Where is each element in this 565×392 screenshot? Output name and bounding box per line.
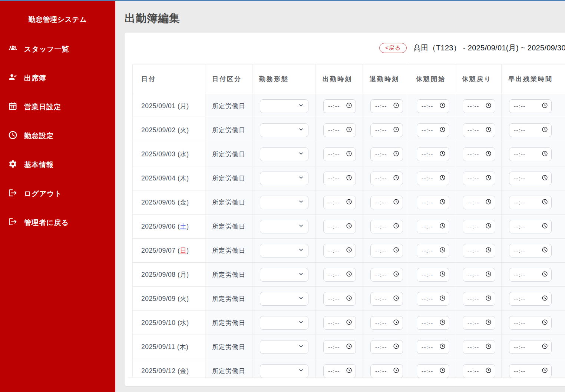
clock-icon [346, 343, 352, 351]
clock-out-time-input[interactable]: --:-- [370, 316, 403, 330]
early-overtime-input[interactable]: --:-- [509, 364, 552, 378]
work-type-select[interactable] [260, 340, 308, 354]
break-return-time-input[interactable]: --:-- [463, 244, 495, 258]
sidebar-item-attendance-settings[interactable]: 勤怠設定 [0, 122, 115, 150]
clock-in-time-input[interactable]: --:-- [323, 196, 356, 209]
break-start-time-input[interactable]: --:-- [417, 172, 449, 185]
break-return-time-input[interactable]: --:-- [463, 220, 495, 233]
break-start-time-input[interactable]: --:-- [417, 340, 449, 354]
early-overtime-input[interactable]: --:-- [509, 123, 552, 137]
work-type-cell [252, 166, 316, 190]
work-type-select[interactable] [260, 196, 308, 209]
clock-out-time-input[interactable]: --:-- [370, 123, 403, 137]
break-return-time-input[interactable]: --:-- [463, 364, 495, 378]
early-overtime-input[interactable]: --:-- [509, 196, 552, 209]
sidebar-item-attendance-book[interactable]: 出席簿 [0, 64, 115, 93]
table-scroll-area[interactable]: 日付 日付区分 勤務形態 出勤時刻 退勤時刻 休憩開始 休憩戻り 早出残業時間 … [128, 56, 565, 378]
clock-icon [542, 223, 548, 230]
work-type-select[interactable] [260, 268, 308, 282]
sidebar-item-logout[interactable]: ログアウト [0, 179, 115, 208]
clock-out-time-input[interactable]: --:-- [370, 147, 403, 161]
sidebar-item-return-to-admin[interactable]: 管理者に戻る [0, 208, 115, 237]
break-start-time-input[interactable]: --:-- [417, 268, 449, 282]
break-return-time-input[interactable]: --:-- [463, 123, 495, 137]
break-start-time-input[interactable]: --:-- [417, 123, 449, 137]
clock-in-time-input[interactable]: --:-- [323, 99, 356, 113]
app-title: 勤怠管理システム [0, 15, 115, 24]
clock-in-time-input[interactable]: --:-- [323, 364, 356, 378]
break-start-time-input[interactable]: --:-- [417, 147, 449, 161]
clock-in-time-input[interactable]: --:-- [323, 268, 356, 282]
early-overtime-input[interactable]: --:-- [509, 99, 552, 113]
work-type-select[interactable] [260, 364, 308, 378]
sidebar-item-basic-info[interactable]: 基本情報 [0, 150, 115, 179]
clock-icon [542, 247, 548, 255]
work-type-select[interactable] [260, 99, 308, 113]
early-overtime-input[interactable]: --:-- [509, 268, 552, 282]
break-return-time-input[interactable]: --:-- [463, 292, 495, 306]
early-overtime-input[interactable]: --:-- [509, 340, 552, 354]
users-icon [8, 44, 17, 55]
early-overtime-input[interactable]: --:-- [509, 220, 552, 233]
clock-icon [485, 223, 492, 230]
clock-out-time-input[interactable]: --:-- [370, 220, 403, 233]
break-start-time-input[interactable]: --:-- [417, 292, 449, 306]
break-return-time-input[interactable]: --:-- [463, 172, 495, 185]
break-return-time-input[interactable]: --:-- [463, 340, 495, 354]
clock-in-time-input[interactable]: --:-- [323, 292, 356, 306]
clock-in-time-input[interactable]: --:-- [323, 147, 356, 161]
clock-in-time-input[interactable]: --:-- [323, 123, 356, 137]
time-placeholder: --:-- [514, 368, 526, 374]
break-start-cell: --:-- [409, 311, 455, 335]
clock-in-time-input[interactable]: --:-- [323, 244, 356, 258]
work-type-select[interactable] [260, 220, 308, 233]
clock-out-time-input[interactable]: --:-- [370, 99, 403, 113]
day-category-cell: 所定労働日 [205, 215, 252, 239]
break-start-time-input[interactable]: --:-- [417, 196, 449, 209]
clock-in-time-input[interactable]: --:-- [323, 340, 356, 354]
clock-in-time-input[interactable]: --:-- [323, 316, 356, 330]
clock-in-time-input[interactable]: --:-- [323, 220, 356, 233]
clock-out-time-input[interactable]: --:-- [370, 244, 403, 258]
clock-in-cell: --:-- [316, 215, 363, 239]
clock-out-time-input[interactable]: --:-- [370, 172, 403, 185]
break-start-time-input[interactable]: --:-- [417, 99, 449, 113]
early-overtime-input[interactable]: --:-- [509, 244, 552, 258]
clock-out-time-input[interactable]: --:-- [370, 340, 403, 354]
time-placeholder: --:-- [422, 248, 433, 254]
break-return-time-input[interactable]: --:-- [463, 268, 495, 282]
work-type-select[interactable] [260, 244, 308, 258]
break-return-time-input[interactable]: --:-- [463, 147, 495, 161]
work-type-select[interactable] [260, 316, 308, 330]
sidebar-item-business-day-settings[interactable]: 営業日設定 [0, 93, 115, 122]
back-button[interactable]: <戻る [379, 43, 407, 53]
work-type-select[interactable] [260, 147, 308, 161]
break-start-time-input[interactable]: --:-- [417, 244, 449, 258]
clock-out-time-input[interactable]: --:-- [370, 364, 403, 378]
time-placeholder: --:-- [422, 103, 433, 109]
sidebar-item-label: 出席簿 [24, 73, 46, 83]
break-start-time-input[interactable]: --:-- [417, 364, 449, 378]
date-day: 火 [180, 126, 186, 134]
work-type-select[interactable] [260, 172, 308, 185]
early-overtime-input[interactable]: --:-- [509, 172, 552, 185]
early-overtime-input[interactable]: --:-- [509, 147, 552, 161]
break-return-time-input[interactable]: --:-- [463, 99, 495, 113]
early-overtime-input[interactable]: --:-- [509, 316, 552, 330]
work-type-select[interactable] [260, 292, 308, 306]
clock-out-time-input[interactable]: --:-- [370, 292, 403, 306]
clock-out-time-input[interactable]: --:-- [370, 268, 403, 282]
day-category: 所定労働日 [212, 199, 245, 206]
clock-out-time-input[interactable]: --:-- [370, 196, 403, 209]
work-type-select[interactable] [260, 123, 308, 137]
break-return-time-input[interactable]: --:-- [463, 316, 495, 330]
break-start-time-input[interactable]: --:-- [417, 316, 449, 330]
time-placeholder: --:-- [328, 320, 340, 326]
break-return-time-input[interactable]: --:-- [463, 196, 495, 209]
clock-in-time-input[interactable]: --:-- [323, 172, 356, 185]
clock-in-cell: --:-- [316, 166, 363, 190]
time-placeholder: --:-- [375, 151, 387, 157]
early-overtime-input[interactable]: --:-- [509, 292, 552, 306]
break-start-time-input[interactable]: --:-- [417, 220, 449, 233]
sidebar-item-staff-list[interactable]: スタッフ一覧 [0, 35, 115, 64]
